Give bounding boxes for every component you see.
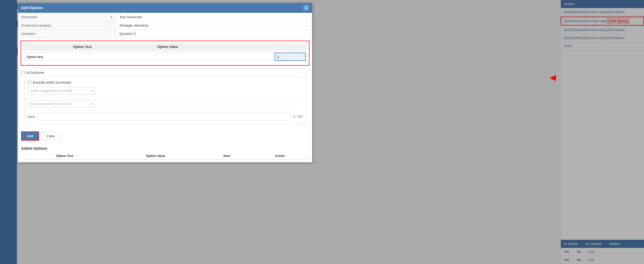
exclude-scorecard-checkbox[interactable] [28, 81, 31, 84]
scorecard-row: Scorecard: ▼ Test Scorecard [18, 13, 312, 21]
select-categories-text: Select categories to exclude [30, 89, 72, 93]
option-text-header: Option Text [23, 43, 142, 50]
category-value: Strategic relevance [116, 21, 312, 30]
scorecard-label: Scorecard: [18, 13, 107, 21]
question-label: Question: [18, 30, 107, 38]
scorecard-dropdown-cell: ▼ [107, 13, 116, 21]
add-options-modal: Add Options × Scorecard: ▼ Test Scorecar… [18, 3, 312, 162]
alert-input[interactable] [38, 113, 291, 120]
option-inputs-row [23, 51, 307, 63]
option-input-section: Option Text Option Value [21, 41, 309, 66]
is-exclusive-row: Is Exclusive [21, 71, 309, 74]
added-options-table: Option Text Option Value Alert Action [21, 153, 309, 160]
divider-1 [28, 97, 302, 97]
question-row: Question: Question 2 [18, 30, 312, 38]
added-options-col-alert: Alert [203, 153, 251, 160]
alert-row: Alert: 0 / 200 [28, 113, 302, 120]
option-value-header: Option Value [142, 43, 194, 50]
question-empty [107, 30, 116, 38]
clear-button[interactable]: Clear [41, 132, 60, 140]
scorecard-value: Test Scorecard [116, 13, 312, 21]
info-table: Scorecard: ▼ Test Scorecard Scorecard ca… [18, 13, 312, 38]
is-exclusive-label: Is Exclusive [26, 71, 44, 74]
category-label: Scorecard category: [18, 21, 107, 30]
option-value-input[interactable] [275, 53, 306, 61]
select-categories-dropdown[interactable]: Select categories to exclude ▾ [28, 87, 95, 95]
option-text-input[interactable] [24, 53, 272, 61]
category-row: Scorecard category: Strategic relevance [18, 21, 312, 30]
is-exclusive-checkbox[interactable] [21, 71, 25, 74]
added-options-col-action: Action [251, 153, 309, 160]
modal-title: Add Options [21, 6, 43, 10]
select-questions-text: Select questions to exclude [30, 102, 71, 106]
select-questions-dropdown[interactable]: Select questions to exclude ▾ [28, 100, 95, 108]
exclude-scorecard-row: Exclude entire Scorecard [28, 80, 302, 84]
modal-close-button[interactable]: × [303, 5, 309, 11]
added-options-section: Added Options Option Text Option Value A… [18, 144, 312, 162]
modal-header: Add Options × [18, 3, 312, 13]
exclude-scorecard-label: Exclude entire Scorecard [33, 80, 71, 84]
option-headers: Option Text Option Value [23, 43, 307, 51]
select-questions-arrow: ▾ [91, 102, 93, 106]
added-options-col-value: Option Value [108, 153, 203, 160]
exclusive-section: Is Exclusive Exclude entire Scorecard Se… [18, 68, 312, 128]
category-empty [107, 21, 116, 30]
scorecard-dropdown-arrow: ▼ [110, 16, 113, 19]
added-options-title: Added Options [21, 146, 309, 150]
added-options-col-text: Option Text [21, 153, 108, 160]
alert-count: 0 / 200 [293, 115, 302, 118]
modal-body: Scorecard: ▼ Test Scorecard Scorecard ca… [18, 13, 312, 162]
divider-2 [28, 110, 302, 110]
added-options-header-row: Option Text Option Value Alert Action [21, 153, 309, 160]
question-value: Question 2 [116, 30, 312, 38]
red-arrow-indicator: ◄ [548, 72, 558, 83]
add-button[interactable]: Add [21, 131, 39, 141]
button-row: Add Clear [18, 128, 312, 144]
exclusive-box: Exclude entire Scorecard Select categori… [24, 77, 306, 124]
select-categories-arrow: ▾ [91, 89, 93, 93]
alert-label: Alert: [28, 115, 35, 119]
